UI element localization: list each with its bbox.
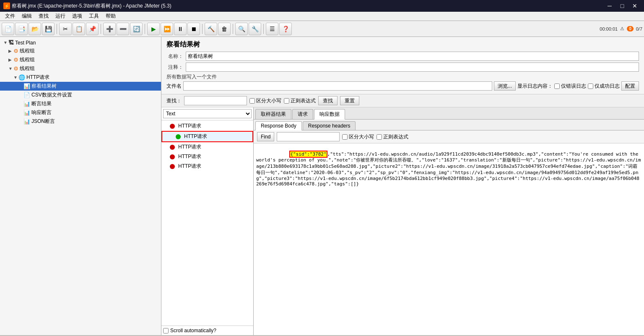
- success-log-check-label: 仅成功日志: [588, 83, 620, 90]
- list-item-5[interactable]: HTTP请求: [161, 161, 253, 171]
- toolbar: 📄 📑 📂 💾 ✂ 📋 📌 ➕ ➖ 🔄 ▶ ⏩ ⏸ ⏹ 🔨 🗑 🔍 🔧 ☰ ❓ …: [0, 21, 644, 37]
- list-item-label: HTTP请求: [178, 143, 201, 151]
- tab-request[interactable]: 请求: [292, 109, 313, 119]
- remove-button[interactable]: ➖: [117, 23, 129, 35]
- tree-item-jsonassert[interactable]: 📊 JSON断言: [0, 117, 161, 126]
- find-regex-checkbox[interactable]: [377, 134, 382, 140]
- menu-options[interactable]: 选项: [69, 12, 86, 21]
- close-button[interactable]: ✕: [629, 0, 641, 12]
- tab-sampler-result[interactable]: 取样器结果: [255, 109, 291, 119]
- warning-count: 0: [627, 26, 634, 31]
- comment-input[interactable]: [186, 63, 639, 72]
- scroll-auto-checkbox[interactable]: [163, 328, 169, 333]
- error-log-check-label: 仅错误日志: [554, 83, 586, 90]
- response-text: ,"tts":"https://v1-edu.wpscdn.cn/audio/1…: [256, 151, 641, 187]
- listener-icon: 📊: [23, 83, 30, 89]
- detail-panel: 取样器结果 请求 响应数据 Response Body Response hea…: [254, 107, 644, 335]
- tree-item-label: CSV数据文件设置: [31, 91, 72, 99]
- response-tabs: Response Body Response headers: [254, 120, 644, 130]
- error-indicator: [170, 164, 175, 169]
- menu-run[interactable]: 运行: [52, 12, 69, 21]
- tree-item-label: JSON断言: [31, 118, 55, 125]
- save-button[interactable]: 💾: [42, 23, 55, 35]
- threadgroup-icon: ⚙: [13, 65, 18, 72]
- tree-item-threadgroup3[interactable]: ▼ ⚙ 线程组: [0, 64, 161, 73]
- error-log-checkbox[interactable]: [554, 83, 560, 89]
- menu-file[interactable]: 文件: [2, 12, 18, 21]
- comment-label: 注释：: [166, 64, 183, 71]
- config-button[interactable]: 配置: [621, 81, 639, 91]
- error-indicator: [170, 154, 175, 159]
- error-indicator: [170, 124, 175, 129]
- menu-bar: 文件 编辑 查找 运行 选项 工具 帮助: [0, 12, 644, 21]
- scroll-auto-label: Scroll automatically?: [163, 328, 252, 333]
- name-label: 名称：: [166, 53, 183, 60]
- find-regex-label: 正则表达式: [377, 133, 408, 141]
- menu-edit[interactable]: 编辑: [18, 12, 35, 21]
- tree-item-responseassert[interactable]: 📊 响应断言: [0, 108, 161, 117]
- help-button[interactable]: ❓: [279, 23, 292, 35]
- toggle-button[interactable]: 🔄: [130, 23, 143, 35]
- start-no-pause-button[interactable]: ⏩: [161, 23, 173, 35]
- tree-item-testplan[interactable]: ▼ 🏗 Test Plan: [0, 39, 161, 47]
- panel-title: 察看结果树: [166, 40, 639, 49]
- minimize-button[interactable]: ─: [604, 0, 615, 12]
- tree-item-resulttree[interactable]: 📊 察看结果树: [0, 82, 161, 91]
- add-button[interactable]: ➕: [103, 23, 116, 35]
- tree-item-csv[interactable]: 📄 CSV数据文件设置: [0, 91, 161, 99]
- tree-item-threadgroup1[interactable]: ▶ ⚙ 线程组: [0, 47, 161, 55]
- split-area: Text HTML JSON XML HTTP请求: [161, 107, 644, 335]
- list-item-2[interactable]: HTTP请求: [161, 131, 253, 142]
- maximize-button[interactable]: □: [616, 0, 628, 12]
- tab-response-body[interactable]: Response Body: [255, 121, 302, 130]
- search-button[interactable]: 🔍: [235, 23, 248, 35]
- httprequest-icon: 🌐: [18, 74, 25, 81]
- tree-item-threadgroup2[interactable]: ▶ ⚙ 线程组: [0, 55, 161, 64]
- clear-all-button[interactable]: 🗑: [218, 23, 231, 35]
- menu-search[interactable]: 查找: [35, 12, 52, 21]
- app-icon: ⚡: [3, 3, 10, 9]
- list-dropdown[interactable]: Text HTML JSON XML: [163, 109, 252, 118]
- list-item-4[interactable]: HTTP请求: [161, 152, 253, 161]
- cut-button[interactable]: ✂: [59, 23, 72, 35]
- tree-item-httprequest[interactable]: ▼ 🌐 HTTP请求: [0, 73, 161, 82]
- search-input[interactable]: [184, 96, 247, 105]
- tree-item-label: 察看结果树: [31, 83, 57, 90]
- name-input[interactable]: [186, 52, 639, 61]
- case-sensitive-checkbox[interactable]: [249, 98, 255, 104]
- list-item-3[interactable]: HTTP请求: [161, 142, 253, 152]
- list-item-label: HTTP请求: [178, 163, 201, 170]
- open-button[interactable]: 📂: [29, 23, 41, 35]
- filename-input[interactable]: [183, 81, 492, 91]
- success-log-checkbox[interactable]: [588, 83, 593, 89]
- list-item-label: HTTP请求: [178, 122, 201, 130]
- list-panel: Text HTML JSON XML HTTP请求: [161, 107, 254, 335]
- response-content: {"sid":"3782","tts":"https://v1-edu.wpsc…: [256, 146, 641, 192]
- title-bar: ⚡ 察看树.jmx (E:\apache-jmeter-5.3\bin\察看树.…: [0, 0, 644, 12]
- open-template-button[interactable]: 📑: [15, 23, 28, 35]
- find-input[interactable]: [277, 132, 340, 141]
- clear-button[interactable]: 🔨: [205, 23, 217, 35]
- tree-item-assertion[interactable]: 📊 断言结果: [0, 99, 161, 108]
- find-button[interactable]: 查找: [318, 96, 338, 105]
- find-case-checkbox[interactable]: [342, 134, 348, 140]
- find-bar: Find 区分大小写 正则表达式: [254, 130, 644, 143]
- tab-response-headers[interactable]: Response headers: [303, 121, 356, 130]
- paste-button[interactable]: 📌: [86, 23, 99, 35]
- menu-help[interactable]: 帮助: [102, 12, 119, 21]
- start-button[interactable]: ▶: [147, 23, 160, 35]
- list-item-1[interactable]: HTTP请求: [161, 121, 253, 131]
- list-button[interactable]: ☰: [266, 23, 278, 35]
- browse-button[interactable]: 浏览...: [494, 81, 516, 91]
- function-button[interactable]: 🔧: [249, 23, 261, 35]
- reset-button[interactable]: 重置: [340, 96, 359, 105]
- copy-button[interactable]: 📋: [73, 23, 85, 35]
- tab-response-data[interactable]: 响应数据: [314, 109, 345, 120]
- stop-button[interactable]: ⏹: [187, 23, 200, 35]
- responseassert-icon: 📊: [23, 109, 30, 116]
- pause-button[interactable]: ⏸: [174, 23, 187, 35]
- find-button[interactable]: Find: [257, 132, 274, 141]
- regex-checkbox[interactable]: [284, 98, 289, 104]
- menu-tools[interactable]: 工具: [86, 12, 102, 21]
- new-button[interactable]: 📄: [2, 23, 14, 35]
